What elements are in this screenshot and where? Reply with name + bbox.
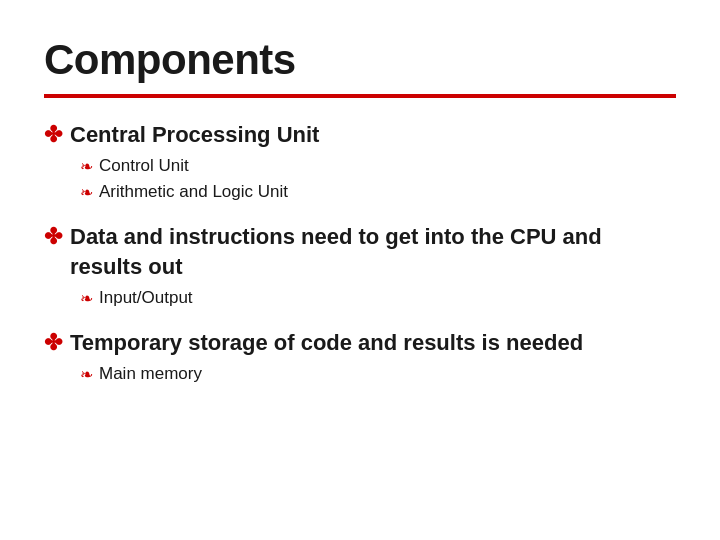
bullet-cpu: ✤ Central Processing Unit [44, 120, 676, 150]
title-divider [44, 94, 676, 98]
bullet-io-text: Input/Output [99, 286, 193, 310]
slide-title: Components [44, 36, 676, 84]
section-data: ✤ Data and instructions need to get into… [44, 222, 676, 310]
slide: Components ✤ Central Processing Unit ❧ C… [0, 0, 720, 540]
bullet-icon-io: ❧ [80, 288, 93, 310]
bullet-icon-main-memory: ❧ [80, 364, 93, 386]
bullet-control-unit: ❧ Control Unit [80, 154, 676, 178]
bullet-storage-text: Temporary storage of code and results is… [70, 328, 583, 358]
bullet-storage: ✤ Temporary storage of code and results … [44, 328, 676, 358]
bullet-cpu-text: Central Processing Unit [70, 120, 319, 150]
sub-bullets-cpu: ❧ Control Unit ❧ Arithmetic and Logic Un… [80, 154, 676, 205]
bullet-control-unit-text: Control Unit [99, 154, 189, 178]
section-cpu: ✤ Central Processing Unit ❧ Control Unit… [44, 120, 676, 204]
sub-bullets-storage: ❧ Main memory [80, 362, 676, 386]
section-storage: ✤ Temporary storage of code and results … [44, 328, 676, 386]
bullet-data: ✤ Data and instructions need to get into… [44, 222, 676, 281]
sub-bullets-data: ❧ Input/Output [80, 286, 676, 310]
bullet-alu: ❧ Arithmetic and Logic Unit [80, 180, 676, 204]
bullet-data-text: Data and instructions need to get into t… [70, 222, 676, 281]
bullet-main-memory-text: Main memory [99, 362, 202, 386]
bullet-icon-storage: ✤ [44, 329, 62, 358]
bullet-icon-control-unit: ❧ [80, 156, 93, 178]
bullet-icon-cpu: ✤ [44, 121, 62, 150]
bullet-icon-data: ✤ [44, 223, 62, 252]
bullet-io: ❧ Input/Output [80, 286, 676, 310]
bullet-main-memory: ❧ Main memory [80, 362, 676, 386]
bullet-alu-text: Arithmetic and Logic Unit [99, 180, 288, 204]
bullet-icon-alu: ❧ [80, 182, 93, 204]
slide-content: ✤ Central Processing Unit ❧ Control Unit… [44, 120, 676, 390]
